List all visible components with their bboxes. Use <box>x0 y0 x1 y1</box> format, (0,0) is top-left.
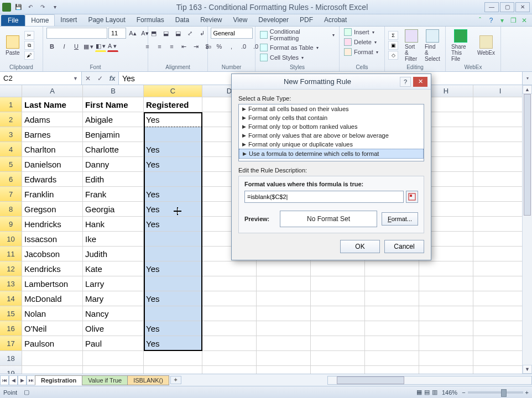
cancel-entry-icon[interactable]: ✕ <box>82 75 94 82</box>
save-button[interactable]: 💾 <box>13 2 23 12</box>
cell[interactable] <box>473 261 528 276</box>
border-button[interactable]: ▦▾ <box>83 41 94 52</box>
cell[interactable]: Kate <box>83 261 144 276</box>
cell[interactable] <box>202 306 257 321</box>
cell[interactable] <box>473 366 528 374</box>
rule-type-item[interactable]: ▶ Format only unique or duplicate values <box>239 140 424 149</box>
cell[interactable] <box>473 202 528 217</box>
cell[interactable]: Edwards <box>22 172 83 187</box>
formula-input-field[interactable] <box>244 191 404 203</box>
delete-cells-button[interactable]: Delete▾ <box>343 38 378 46</box>
cell[interactable] <box>202 261 257 276</box>
cell[interactable]: Paul <box>83 336 144 351</box>
cell[interactable] <box>311 306 365 321</box>
cell[interactable] <box>257 336 311 351</box>
indent-inc-icon[interactable]: ⇥ <box>191 41 202 52</box>
comma-icon[interactable]: , <box>226 41 237 52</box>
autosum-icon[interactable]: Σ <box>388 31 398 40</box>
cell[interactable] <box>365 306 419 321</box>
cell[interactable] <box>473 321 528 336</box>
cell[interactable]: Jacobson <box>22 247 83 261</box>
number-format-combo[interactable]: General <box>211 28 253 39</box>
cell[interactable] <box>144 351 202 366</box>
row-header[interactable]: 10 <box>0 232 22 247</box>
cell[interactable] <box>473 127 528 142</box>
cell[interactable] <box>473 172 528 187</box>
scroll-up-icon[interactable]: ▲ <box>523 85 532 94</box>
row-header[interactable]: 8 <box>0 202 22 217</box>
expand-formula-bar-icon[interactable]: ▾ <box>522 72 532 85</box>
cell[interactable] <box>311 366 365 374</box>
macro-record-icon[interactable]: ▢ <box>24 389 29 396</box>
vertical-scrollbar[interactable]: ▲ ▼ <box>522 85 532 374</box>
name-box[interactable]: C2▼ <box>0 72 82 85</box>
percent-icon[interactable]: % <box>214 41 225 52</box>
minimize-button[interactable]: — <box>484 2 499 12</box>
cell[interactable] <box>419 321 473 336</box>
confirm-entry-icon[interactable]: ✓ <box>94 75 106 82</box>
cell[interactable] <box>365 321 419 336</box>
insert-cells-button[interactable]: Insert▾ <box>343 28 375 36</box>
cell[interactable]: Yes <box>144 142 202 157</box>
cell[interactable]: Nolan <box>22 306 83 321</box>
font-name-combo[interactable] <box>46 28 107 39</box>
normal-view-icon[interactable]: ▦ <box>416 389 422 396</box>
copy-button[interactable]: ⧉ <box>24 41 34 50</box>
wrap-text-icon[interactable]: ↲ <box>197 28 208 39</box>
cell[interactable] <box>473 232 528 247</box>
column-header[interactable]: I <box>473 85 528 97</box>
cell[interactable]: Yes <box>144 112 202 127</box>
cell[interactable] <box>257 291 311 306</box>
cell[interactable]: Issacson <box>22 232 83 247</box>
cell[interactable] <box>144 232 202 247</box>
cell[interactable]: Mary <box>83 291 144 306</box>
undo-button[interactable]: ↶ <box>25 2 35 12</box>
rule-type-list[interactable]: ▶ Format all cells based on their values… <box>238 104 424 161</box>
ok-button[interactable]: OK <box>340 240 380 253</box>
cut-button[interactable]: ✂ <box>24 31 34 40</box>
cell[interactable] <box>365 336 419 351</box>
cell[interactable] <box>365 351 419 366</box>
new-sheet-button[interactable]: ✦ <box>170 376 181 384</box>
format-button[interactable]: Format... <box>382 212 418 226</box>
minimize-ribbon-icon[interactable]: ˆ <box>476 16 484 25</box>
sheet-nav-button[interactable]: ◀ <box>9 375 18 385</box>
column-header[interactable]: A <box>22 85 83 97</box>
row-header[interactable]: 11 <box>0 247 22 261</box>
cell[interactable] <box>257 261 311 276</box>
row-header[interactable]: 7 <box>0 187 22 202</box>
cell[interactable] <box>473 351 528 366</box>
ribbon-tab-view[interactable]: View <box>228 14 253 26</box>
cell[interactable] <box>257 276 311 291</box>
font-color-button[interactable]: A▾ <box>107 41 118 52</box>
cell[interactable] <box>202 321 257 336</box>
cell[interactable] <box>419 336 473 351</box>
find-select-button[interactable]: Find & Select <box>423 28 442 63</box>
cell[interactable] <box>419 261 473 276</box>
cell[interactable]: Charlton <box>22 142 83 157</box>
align-top-icon[interactable]: ⬒ <box>148 28 159 39</box>
cell[interactable]: Franklin <box>22 187 83 202</box>
cell[interactable] <box>419 366 473 374</box>
cell[interactable] <box>473 306 528 321</box>
sheet-nav-button[interactable]: ⏭ <box>27 375 35 385</box>
cell[interactable]: Barnes <box>22 127 83 142</box>
row-header[interactable]: 9 <box>0 217 22 232</box>
sheet-tab[interactable]: ISBLANK() <box>127 375 169 385</box>
cell[interactable] <box>257 351 311 366</box>
row-header[interactable]: 13 <box>0 276 22 291</box>
row-header[interactable]: 6 <box>0 172 22 187</box>
sheet-nav-button[interactable]: ⏮ <box>0 375 9 385</box>
ribbon-tab-formulas[interactable]: Formulas <box>131 14 170 26</box>
rule-type-item[interactable]: ▶ Format only values that are above or b… <box>239 131 424 140</box>
dialog-close-button[interactable]: ✕ <box>413 77 427 87</box>
ribbon-tab-home[interactable]: Home <box>25 14 55 26</box>
sheet-tab[interactable]: Registration <box>35 375 82 385</box>
cell[interactable] <box>83 366 144 374</box>
cell[interactable]: Hendricks <box>22 217 83 232</box>
indent-dec-icon[interactable]: ⇤ <box>179 41 190 52</box>
rule-type-item[interactable]: ▶ Use a formula to determine which cells… <box>239 149 424 159</box>
underline-button[interactable]: U <box>71 41 82 52</box>
cell[interactable]: Yes <box>144 202 202 217</box>
align-center-icon[interactable]: ≡ <box>154 41 165 52</box>
